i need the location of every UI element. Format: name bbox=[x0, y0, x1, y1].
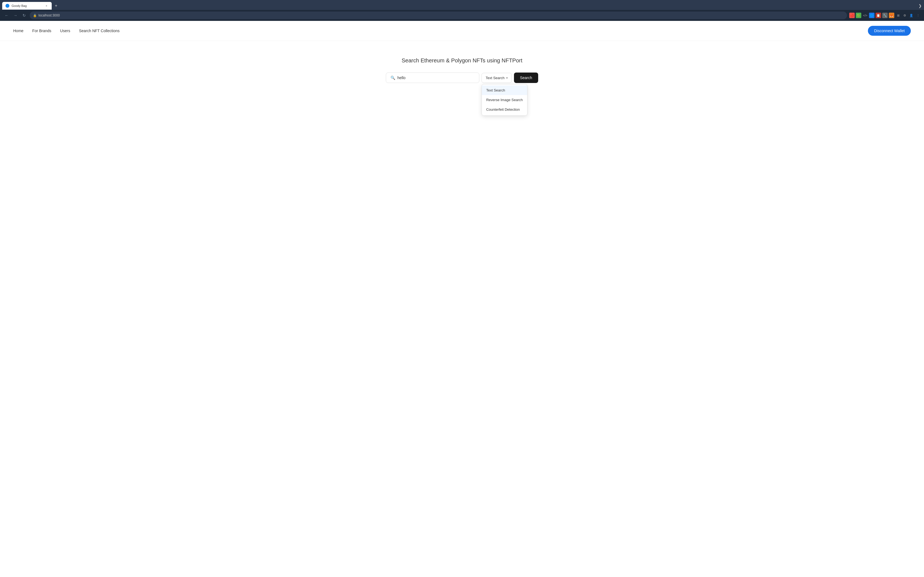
ext-icon-10[interactable]: 👤 bbox=[909, 13, 914, 18]
nav-search-nft[interactable]: Search NFT Collections bbox=[79, 29, 120, 33]
ext-icon-3[interactable]: </> bbox=[863, 13, 868, 18]
dropdown-item-reverse-image-search[interactable]: Reverse Image Search bbox=[482, 95, 527, 105]
chevron-down-icon: ▾ bbox=[506, 76, 508, 79]
dropdown-item-text-search[interactable]: Text Search bbox=[482, 85, 527, 95]
ext-icon-6[interactable]: 🔧 bbox=[882, 13, 888, 18]
forward-button[interactable]: → bbox=[12, 12, 19, 19]
ext-icon-2[interactable]: 🟢 bbox=[856, 13, 861, 18]
main-content: Search Ethereum & Polygon NFTs using NFT… bbox=[0, 41, 924, 100]
browser-extensions: 🔴 🟢 </> 🌐 📋 🔧 🦊 ⊞ ⚙ 👤 ⋮ bbox=[849, 13, 921, 18]
search-type-label: Text Search bbox=[486, 76, 505, 80]
search-button[interactable]: Search bbox=[514, 73, 538, 83]
nav-users[interactable]: Users bbox=[60, 29, 70, 33]
search-type-button[interactable]: Text Search ▾ bbox=[481, 73, 512, 83]
address-text: localhost:3000 bbox=[39, 13, 60, 17]
search-area: 🔍 Text Search ▾ Search Text Search Rever… bbox=[386, 73, 538, 83]
address-bar: ← → ↻ 🔒 localhost:3000 🔴 🟢 </> 🌐 📋 🔧 🦊 ⊞… bbox=[0, 10, 924, 21]
search-type-dropdown: Text Search Reverse Image Search Counter… bbox=[481, 84, 527, 116]
lock-icon: 🔒 bbox=[33, 14, 37, 17]
page-content: Home For Brands Users Search NFT Collect… bbox=[0, 21, 924, 577]
navbar: Home For Brands Users Search NFT Collect… bbox=[0, 21, 924, 41]
address-field[interactable]: 🔒 localhost:3000 bbox=[30, 11, 847, 19]
ext-icon-5[interactable]: 📋 bbox=[876, 13, 881, 18]
search-icon: 🔍 bbox=[391, 76, 395, 80]
tab-bar: 🌐 Goody Bag × + ❯ bbox=[0, 0, 924, 10]
back-button[interactable]: ← bbox=[3, 12, 10, 19]
tab-more-button[interactable]: ❯ bbox=[919, 3, 922, 8]
page-title: Search Ethereum & Polygon NFTs using NFT… bbox=[402, 57, 522, 64]
tab-title: Goody Bag bbox=[11, 4, 42, 7]
search-input-wrapper: 🔍 bbox=[386, 73, 479, 83]
ext-icon-11[interactable]: ⋮ bbox=[915, 13, 921, 18]
nav-home[interactable]: Home bbox=[13, 29, 23, 33]
reload-button[interactable]: ↻ bbox=[21, 12, 27, 19]
nav-links: Home For Brands Users Search NFT Collect… bbox=[13, 29, 120, 33]
ext-icon-9[interactable]: ⚙ bbox=[902, 13, 908, 18]
nav-for-brands[interactable]: For Brands bbox=[32, 29, 51, 33]
search-input[interactable] bbox=[397, 76, 475, 80]
ext-icon-1[interactable]: 🔴 bbox=[849, 13, 855, 18]
browser-chrome: 🌐 Goody Bag × + ❯ ← → ↻ 🔒 localhost:3000… bbox=[0, 0, 924, 21]
active-tab[interactable]: 🌐 Goody Bag × bbox=[2, 2, 52, 10]
ext-icon-7[interactable]: 🦊 bbox=[889, 13, 894, 18]
new-tab-button[interactable]: + bbox=[53, 2, 60, 9]
tab-close-button[interactable]: × bbox=[45, 4, 48, 8]
ext-icon-8[interactable]: ⊞ bbox=[895, 13, 901, 18]
disconnect-wallet-button[interactable]: Disconnect Wallet bbox=[868, 26, 911, 36]
dropdown-item-counterfeit-detection[interactable]: Counterfeit Detection bbox=[482, 105, 527, 114]
tab-favicon: 🌐 bbox=[5, 4, 9, 8]
ext-icon-4[interactable]: 🌐 bbox=[869, 13, 874, 18]
